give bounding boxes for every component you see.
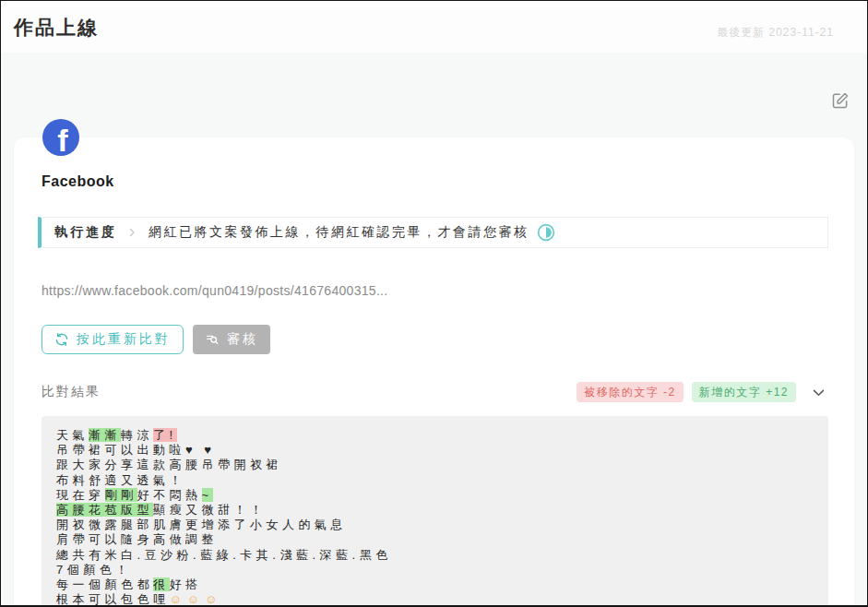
review-button-label: 審核 <box>227 331 258 348</box>
review-button[interactable]: 審核 <box>193 325 270 354</box>
refresh-icon <box>54 332 69 347</box>
added-text-badge: 新增的文字 +12 <box>692 382 796 402</box>
last-updated-label: 最後更新 2023-11-21 <box>717 25 834 41</box>
diff-line: 現在穿剛剛好不悶熱~ <box>56 488 814 503</box>
platform-name: Facebook <box>42 173 114 190</box>
diff-line: 布料舒適又透氣！ <box>56 473 814 488</box>
action-buttons: 按此重新比對 審核 <box>42 325 270 354</box>
progress-label: 執行進度 <box>54 224 117 241</box>
diff-line: 7個顏色！ <box>56 563 814 577</box>
edit-square-icon <box>831 99 850 113</box>
diff-content: 天氣漸漸轉涼了!吊帶裙可以出動啦♥ ♥跟大家分享這款高腰吊帶開衩裙布料舒適又透氣… <box>42 416 828 607</box>
progress-message: 網紅已將文案發佈上線，待網紅確認完畢，才會請您審核 <box>149 224 529 241</box>
chevron-right-icon <box>126 227 137 238</box>
diff-line: 根本可以包色哩☺☺☺ <box>56 592 814 607</box>
search-list-icon <box>205 332 220 347</box>
chevron-down-icon[interactable] <box>811 385 826 400</box>
diff-line: 開衩微露腿部肌膚更增添了小女人的氣息 <box>56 518 814 532</box>
facebook-icon: f <box>42 119 79 156</box>
comparison-result-row: 比對結果 被移除的文字 -2 新增的文字 +12 <box>42 381 826 403</box>
diff-line: 總共有米白.豆沙粉.藍綠.卡其.淺藍.深藍.黑色 <box>56 548 814 563</box>
half-circle-icon <box>537 223 555 242</box>
page-title: 作品上線 <box>14 15 99 41</box>
diff-line: 肩帶可以隨身高做調整 <box>56 532 814 547</box>
diff-line: 吊帶裙可以出動啦♥ ♥ <box>56 443 814 458</box>
recompare-button[interactable]: 按此重新比對 <box>42 325 184 354</box>
progress-strip: 執行進度 網紅已將文案發佈上線，待網紅確認完畢，才會請您審核 <box>38 217 828 248</box>
diff-line: 每一個顏色都很好搭 <box>56 577 814 592</box>
comparison-result-label: 比對結果 <box>42 384 101 400</box>
screen: 作品上線 最後更新 2023-11-21 f Facebook 執行進度 網紅已… <box>0 0 868 607</box>
post-url[interactable]: https://www.facebook.com/qun0419/posts/4… <box>42 283 387 298</box>
page-header: 作品上線 最後更新 2023-11-21 <box>1 1 867 53</box>
removed-text-badge: 被移除的文字 -2 <box>577 382 684 402</box>
diff-line: 天氣漸漸轉涼了! <box>56 428 814 443</box>
diff-line: 跟大家分享這款高腰吊帶開衩裙 <box>56 458 814 472</box>
edit-button[interactable] <box>828 89 852 113</box>
recompare-button-label: 按此重新比對 <box>77 331 171 348</box>
diff-line: 高腰花苞版型顯瘦又微甜！！ <box>56 503 814 518</box>
